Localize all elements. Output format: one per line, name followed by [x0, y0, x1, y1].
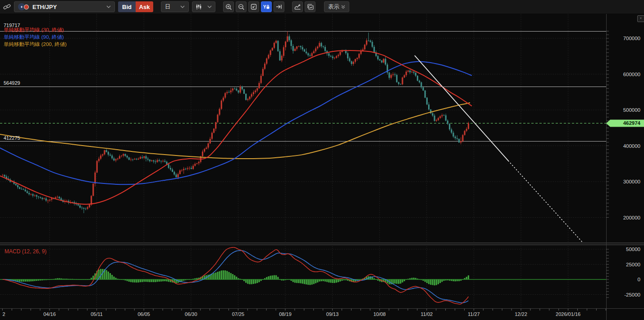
y-axis-lock-button[interactable]: Y	[261, 1, 272, 12]
price-chart[interactable]: 204/1605/1106/0506/3007/2508/1909/1310/0…	[0, 0, 644, 320]
zoom-in-icon	[225, 4, 232, 10]
currency-pair-icon: ♦	[18, 3, 30, 11]
x-axis-label: 07/25	[232, 311, 245, 317]
fit-chart-button[interactable]	[248, 1, 259, 12]
x-axis-label: 05/11	[91, 311, 103, 317]
trading-app-window: 204/1605/1106/0506/3007/2508/1909/1310/0…	[0, 0, 644, 320]
double-chevron-down-icon	[341, 5, 345, 9]
x-axis-label: 11/27	[468, 311, 480, 317]
compare-chart-button[interactable]	[305, 1, 315, 12]
macd-axis-tick: 25000	[626, 262, 640, 267]
symbol-select[interactable]: ♦ ETH/JPY	[14, 1, 115, 12]
x-axis-label: 08/19	[279, 311, 292, 317]
fit-screen-icon	[251, 4, 257, 10]
link-icon[interactable]	[3, 3, 11, 11]
zoom-out-button[interactable]	[236, 1, 247, 12]
bid-ask-toggle: Bid Ask	[118, 1, 153, 12]
x-axis-label: 06/30	[185, 311, 197, 317]
bid-button[interactable]: Bid	[118, 1, 136, 12]
jpy-icon	[24, 5, 29, 9]
x-axis-label: 10/08	[373, 311, 386, 317]
x-axis-label: 11/02	[420, 311, 433, 317]
arrow-to-end-icon	[276, 4, 282, 9]
zoom-in-button[interactable]	[223, 1, 234, 12]
macd-axis-tick: 50000	[626, 247, 640, 252]
y-axis-tick: 600000	[623, 72, 640, 77]
chart-copy-icon	[307, 4, 314, 10]
collapse-axis-button[interactable]: ‹	[637, 15, 644, 22]
x-axis-label: 2	[2, 311, 5, 317]
timeframe-select[interactable]: 日	[161, 1, 189, 12]
y-axis-tick: 400000	[623, 143, 640, 149]
chevron-down-icon	[207, 5, 212, 8]
y-axis-tick: 700000	[623, 36, 640, 41]
svg-text:462974: 462974	[623, 120, 641, 126]
add-indicator-button[interactable]	[292, 1, 303, 12]
indicator-tools-group	[292, 1, 315, 12]
y-axis-lock-icon: Y	[263, 4, 270, 10]
display-options-select[interactable]: 表示	[324, 1, 349, 12]
macd-axis-tick: 0	[638, 277, 640, 282]
x-axis-label: 09/13	[326, 311, 339, 317]
display-options-label: 表示	[328, 3, 339, 11]
candlestick-icon	[196, 4, 202, 10]
zoom-tools-group: Y	[223, 1, 284, 12]
symbol-label: ETH/JPY	[32, 4, 104, 10]
go-to-latest-button[interactable]	[274, 1, 284, 12]
x-axis-label: 06/05	[137, 311, 150, 317]
x-axis-label: 04/16	[43, 311, 56, 317]
timeframe-label: 日	[165, 3, 171, 11]
y-axis-tick: 200000	[623, 215, 640, 220]
chevron-down-icon	[180, 5, 185, 8]
chevron-down-icon	[106, 5, 111, 8]
zoom-out-icon	[238, 4, 245, 10]
x-axis-label: 12/22	[515, 311, 527, 317]
chart-toolbar: ♦ ETH/JPY Bid Ask 日	[0, 0, 644, 14]
chart-type-select[interactable]	[192, 1, 215, 12]
macd-axis-tick: -25000	[624, 292, 640, 297]
chart-plus-icon	[294, 4, 301, 10]
current-price-tag: 462974	[606, 119, 644, 127]
x-axis-label: 2026/01/16	[556, 311, 580, 317]
svg-text:Y: Y	[263, 5, 266, 9]
ask-button[interactable]: Ask	[136, 1, 153, 12]
y-axis-tick: 500000	[623, 107, 640, 113]
y-axis-tick: 300000	[623, 179, 640, 184]
